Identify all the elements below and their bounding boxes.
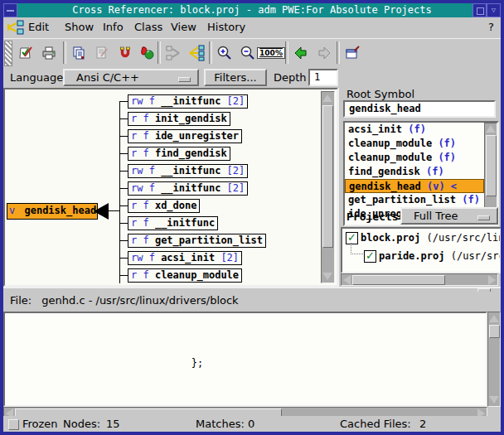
graph-edge [119, 101, 120, 283]
symbol-list-item[interactable]: get_partition_list (f) [345, 193, 484, 207]
cached-files-label: Cached Files: [340, 418, 411, 430]
graph-node[interactable]: r f find_gendisk [128, 147, 230, 161]
zoom-in-button[interactable] [214, 42, 235, 64]
depth-field[interactable]: 1 [308, 69, 338, 86]
graph-node[interactable]: r f get_partition_list [128, 234, 266, 248]
filters-label: Filters... [214, 71, 256, 84]
symbol-list-item[interactable]: cleanup_module (f) [345, 137, 484, 151]
annotate-button[interactable] [15, 42, 36, 64]
printer-icon [41, 45, 57, 61]
refresh-colors-button[interactable] [136, 42, 158, 64]
graph-vscrollbar[interactable] [321, 91, 335, 283]
scroll-up-icon[interactable] [489, 315, 499, 322]
graph-node[interactable]: rw f acsi_init [2] [128, 251, 242, 265]
graph-node[interactable]: r f __initfunc [128, 216, 218, 230]
projects-mode-dropdown[interactable]: Full Tree [400, 207, 498, 225]
project-item[interactable]: block.proj (/usr/src/lin [361, 232, 502, 244]
graph-edge [119, 188, 128, 189]
scroll-up-icon[interactable] [486, 125, 496, 133]
scroll-left-icon[interactable] [343, 275, 351, 285]
filters-button[interactable]: Filters... [204, 69, 267, 86]
back-arrow-icon [293, 45, 309, 61]
toolbar-separator [158, 41, 161, 64]
maximize-button[interactable] [472, 3, 487, 17]
depth-value: 1 [314, 71, 320, 83]
graph-canvas[interactable]: rw f __initfunc [2] r f init_gendisk r f… [7, 91, 321, 283]
scroll-thumb[interactable] [322, 105, 333, 248]
menu-help[interactable]: ? [488, 21, 494, 33]
history-forward-button[interactable] [313, 42, 335, 64]
option-menu-dash [178, 77, 191, 82]
magnet-button[interactable] [114, 42, 136, 64]
menu-view[interactable]: View [171, 21, 196, 33]
toolbar: 100% [3, 38, 501, 68]
graph-node[interactable]: rw f __initfunc [2] [128, 164, 248, 178]
scroll-thumb[interactable] [489, 325, 500, 338]
file-label: File: [3, 294, 32, 307]
right-panel: Root Symbol gendisk_head acsi_init (f) c… [338, 88, 501, 287]
cached-files-value: 2 [419, 418, 426, 430]
language-label: Language [10, 71, 63, 84]
scroll-right-icon[interactable] [488, 275, 496, 285]
menu-class[interactable]: Class [134, 21, 162, 33]
graph-node[interactable]: r f xd_done [128, 199, 200, 213]
toolbar-grip[interactable] [4, 41, 12, 66]
color-ball-icon [138, 45, 155, 61]
code-view-border: }; struct gendisk *gendisk_head = NULL; … [3, 312, 487, 407]
scroll-up-icon[interactable] [322, 94, 332, 102]
code-view[interactable]: }; struct gendisk *gendisk_head = NULL; … [5, 313, 486, 405]
menu-history[interactable]: History [207, 21, 245, 33]
copy-button[interactable] [68, 42, 90, 64]
graph-edge-root [108, 210, 119, 211]
matches-value: 0 [248, 418, 254, 430]
scroll-down-icon[interactable] [322, 273, 332, 280]
history-back-button[interactable] [290, 42, 312, 64]
collapse-graph-button[interactable] [162, 42, 184, 64]
graph-node[interactable]: r f cleanup_module [128, 268, 242, 283]
projects-tree: ✓ block.proj (/usr/src/lin ✓ paride.proj… [341, 227, 502, 273]
title-bar[interactable]: Cross Referencer: block.proj - adm PWE:F… [3, 3, 501, 17]
symbol-list-item-selected[interactable]: gendisk_head (v) < [345, 179, 484, 193]
window-menu-button[interactable] [3, 3, 17, 17]
menu-info[interactable]: Info [103, 21, 124, 33]
graph-node[interactable]: rw f __initfunc [2] [128, 181, 248, 196]
graph-root-node[interactable]: v gendisk_head [7, 203, 98, 220]
file-header: File: genhd.c - /usr/src/linux/drivers/b… [3, 292, 501, 312]
language-dropdown[interactable]: Ansi C/C++ [63, 69, 199, 86]
menu-edit[interactable]: Edit [28, 21, 49, 33]
edge-arrowhead-icon [94, 203, 109, 220]
menu-show[interactable]: Show [65, 21, 94, 33]
graph-node[interactable]: r f init_gendisk [128, 112, 230, 126]
properties-icon [344, 45, 361, 61]
projects-hscrollbar[interactable] [341, 273, 498, 286]
projects-mode-value: Full Tree [414, 210, 458, 222]
graph-edge [119, 136, 128, 137]
expand-graph-button[interactable] [186, 42, 207, 64]
symbol-list-item[interactable]: cleanup_module (f) [345, 151, 484, 165]
graph-node[interactable]: rw f __initfunc [2] [128, 94, 248, 109]
symbol-list-item[interactable]: acsi_init (f) [345, 123, 484, 137]
scroll-down-icon[interactable] [489, 396, 499, 404]
code-line: }; [12, 357, 486, 370]
zoom-out-button[interactable] [237, 42, 259, 64]
print-button[interactable] [38, 42, 60, 64]
project-item[interactable]: paride.proj (/usr/src [379, 250, 502, 262]
root-symbol-field[interactable]: gendisk_head [343, 100, 496, 118]
graph-edge [119, 171, 128, 172]
graph-edge [119, 101, 128, 102]
code-vscrollbar[interactable] [487, 312, 501, 407]
zoom-100-button[interactable]: 100% [260, 42, 282, 64]
symbol-list-item[interactable]: find_gendisk (f) [345, 165, 484, 179]
magnet-icon [117, 45, 133, 61]
graph-edge [119, 223, 128, 224]
scroll-thumb[interactable] [486, 135, 497, 196]
app-icon [7, 20, 25, 36]
frozen-checkbox[interactable] [8, 419, 19, 430]
shade-button[interactable]: ▽ [487, 3, 501, 17]
collapse-graph-icon [165, 45, 182, 61]
project-checkbox-checked[interactable]: ✓ [364, 250, 376, 263]
graph-node[interactable]: r f ide_unregister [128, 129, 242, 143]
properties-button[interactable] [342, 42, 363, 64]
scroll-thumb[interactable] [352, 275, 445, 285]
edit-document-button[interactable] [91, 42, 113, 64]
